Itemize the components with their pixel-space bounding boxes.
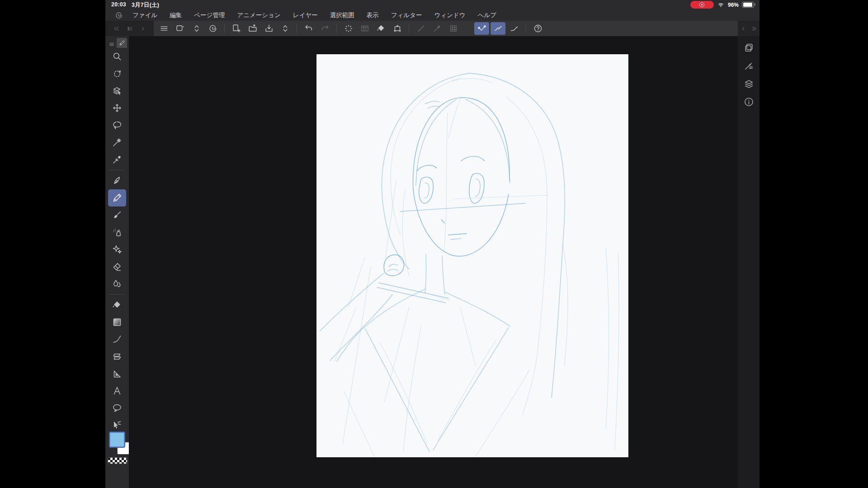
menu-page-management[interactable]: ページ管理 [194,11,225,19]
main-menu-button[interactable] [156,22,171,35]
stabilize-curve-button[interactable] [491,22,505,35]
sub-tool-detail-panel-button[interactable] [741,59,756,72]
stabilize-curve-icon [493,23,503,33]
battery-percent: 96% [728,2,739,8]
info-panel-button[interactable] [741,95,756,108]
snap-grid-button[interactable] [446,22,461,35]
menu-selection[interactable]: 選択範囲 [330,11,354,19]
brush-icon [112,210,123,221]
deselect-button[interactable] [341,22,356,35]
canvas-settings-icon [175,23,185,33]
select-layer-tool[interactable] [108,82,126,99]
new-canvas-button[interactable] [229,22,244,35]
clip-studio-logo-icon[interactable] [114,11,123,20]
snap-grid-icon [448,23,458,33]
save-updown-button[interactable] [278,22,292,35]
chevron-left-button[interactable] [740,25,747,32]
rotate-view-tool[interactable] [108,65,126,82]
drawing-page[interactable] [316,54,628,457]
canvas-settings-button[interactable] [173,22,188,35]
chevrons-right-icon [750,25,757,32]
pencil-tool[interactable] [108,189,126,206]
frame-border-icon [112,351,123,362]
main-color-swatch[interactable] [109,432,125,448]
collapse-left-icon [113,25,120,32]
menu-file[interactable]: ファイル [132,11,157,19]
clear-fill-icon [376,23,386,33]
layers-panel-button[interactable] [741,77,756,90]
zoom-icon [112,51,123,62]
text-icon [112,385,123,396]
menu-bar: ファイル編集ページ管理アニメーションレイヤー選択範囲表示フィルターウィンドウヘル… [105,9,769,21]
chevrons-right-button[interactable] [750,25,757,32]
transparent-color-swatch[interactable] [108,457,127,464]
pencil-tab[interactable] [117,38,127,48]
pen-tool[interactable] [108,172,126,189]
text-tool[interactable] [108,382,126,399]
gradient-tool[interactable] [108,314,126,331]
clip-studio-button[interactable] [205,22,220,35]
decoration-tool[interactable] [108,241,126,258]
stabilize-line-button[interactable] [474,22,489,35]
balloon-icon [112,403,123,413]
screen-recording-icon[interactable] [690,1,714,9]
eyedropper-tool[interactable] [108,151,126,168]
eraser-tool[interactable] [108,258,126,275]
convert-layer-button[interactable] [357,22,372,35]
swap-updown-icon [192,23,202,33]
canvas-area[interactable] [129,36,738,488]
blend-tool[interactable] [108,275,126,292]
toolbar-sep [409,24,409,33]
deselect-icon [344,23,354,33]
help-button[interactable] [530,22,545,35]
menu-view[interactable]: 表示 [367,11,379,19]
snap-special-ruler-button[interactable] [429,22,444,35]
undo-button[interactable] [301,22,316,35]
auto-select-tool[interactable] [108,134,126,151]
save-updown-icon [280,23,290,33]
menu-help[interactable]: ヘルプ [478,11,496,19]
palette-menu-icon[interactable] [108,41,115,48]
lasso-tool[interactable] [108,117,126,134]
decoration-icon [112,244,123,255]
figure-tool[interactable] [108,331,126,348]
status-bar: 20:03 3月7日(土) 96% [105,0,760,9]
menu-edit[interactable]: 編集 [170,11,182,19]
fill-icon [112,300,123,310]
select-layer-icon [112,85,123,96]
swap-updown-button[interactable] [189,22,204,35]
stabilize-line-icon [477,23,487,33]
convert-layer-icon [360,23,370,33]
ruler-tool[interactable] [108,365,126,382]
crop-canvas-button[interactable] [390,22,405,35]
menu-window[interactable]: ウィンドウ [434,11,466,19]
expand-right-button[interactable] [139,25,146,32]
toolbar-sep [336,24,337,33]
save-file-button[interactable] [261,22,276,35]
pencil-tab-icon [118,39,126,47]
eyedropper-icon [112,154,123,165]
undo-icon [304,23,314,33]
snap-ruler-button[interactable] [413,22,428,35]
eraser-icon [112,261,123,272]
frame-border-tool[interactable] [108,348,126,365]
brush-tool[interactable] [108,206,126,224]
quick-access-panel-button[interactable] [741,41,756,54]
open-file-button[interactable] [245,22,260,35]
collapse-panel-button[interactable] [126,25,133,32]
airbrush-tool[interactable] [108,224,126,241]
balloon-tool[interactable] [108,399,126,417]
clear-fill-button[interactable] [373,22,388,35]
tool-divider [109,170,125,170]
zoom-tool[interactable] [108,48,126,65]
stabilize-pen-button[interactable] [507,22,522,35]
menu-filter[interactable]: フィルター [391,11,422,19]
collapse-left-button[interactable] [113,25,120,32]
menu-animation[interactable]: アニメーション [237,11,280,19]
move-tool[interactable] [108,99,126,117]
pen-icon [112,175,123,186]
redo-button[interactable] [317,22,332,35]
fill-tool[interactable] [108,296,126,314]
letterbox: 20:03 3月7日(土) 96% ファイル編集ページ管理アニメーションレイヤー… [0,0,868,488]
menu-layer[interactable]: レイヤー [293,11,318,19]
